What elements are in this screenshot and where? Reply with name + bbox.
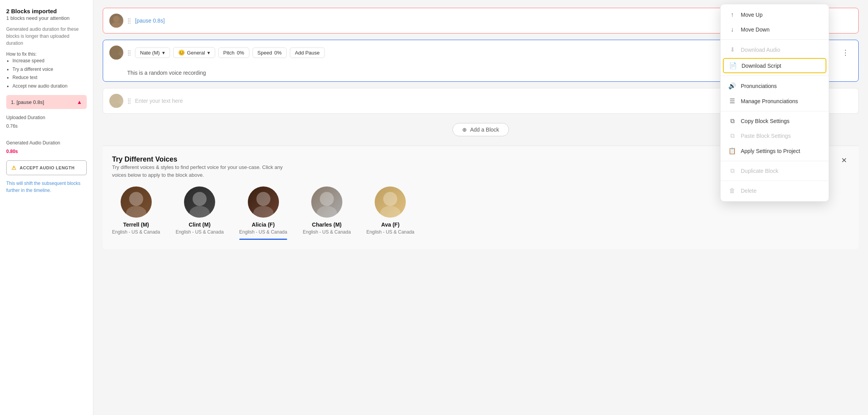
menu-item-copy-settings[interactable]: ⧉ Copy Block Settings (721, 114, 829, 128)
svg-point-11 (253, 206, 274, 218)
block-input-drag-handle[interactable]: ⣿ (127, 98, 131, 104)
voice-name: Nate (M) (140, 50, 160, 56)
voice-name-1: Clint (M) (189, 222, 210, 228)
menu-icon-duplicate: ⧉ (728, 167, 736, 174)
menu-label-apply-settings: Apply Settings to Project (741, 148, 800, 154)
menu-item-move-down[interactable]: ↓ Move Down (721, 22, 829, 37)
menu-item-delete: 🗑 Delete (721, 183, 829, 198)
voice-item-alicia(f)[interactable]: Alicia (F) English - US & Canada (239, 186, 287, 240)
svg-point-7 (126, 206, 146, 218)
voices-panel-description: Try different voices & styles to find pe… (112, 164, 291, 179)
svg-point-14 (383, 192, 397, 206)
voice-dropdown-icon: ▾ (162, 50, 165, 56)
menu-label-download-audio: Download Audio (741, 47, 780, 53)
shift-note: This will shift the subsequent blocks fu… (6, 180, 87, 194)
more-options-button[interactable]: ⋮ (839, 47, 852, 58)
voice-selector[interactable]: Nate (M) ▾ (135, 47, 170, 58)
warning-icon: ⚠ (11, 165, 17, 171)
fix-item-accept: Accept new audio duration (12, 82, 87, 91)
menu-label-move-down: Move Down (741, 26, 770, 33)
voice-avatar-4 (375, 186, 406, 218)
block-pause-drag-handle[interactable]: ⣿ (127, 18, 131, 24)
svg-point-15 (380, 206, 400, 218)
menu-icon-apply-settings: 📋 (728, 147, 736, 155)
svg-point-9 (189, 206, 210, 218)
divider2 (721, 76, 829, 76)
style-selector[interactable]: 😊 General ▾ (173, 47, 215, 58)
menu-item-manage-pronunciations[interactable]: ☰ Manage Pronunciations (721, 93, 829, 109)
fix-list: Increase speed Try a different voice Red… (6, 57, 87, 90)
add-block-label: Add a Block (470, 127, 499, 133)
pitch-control[interactable]: Pitch 0% (218, 47, 249, 58)
menu-item-download-audio: ⬇ Download Audio (721, 42, 829, 57)
block-voice-text: This is a random voice recording (127, 70, 206, 76)
menu-item-apply-settings[interactable]: 📋 Apply Settings to Project (721, 143, 829, 158)
voice-region-4: English - US & Canada (366, 229, 414, 235)
pitch-label: Pitch (223, 50, 235, 56)
voice-region-1: English - US & Canada (175, 229, 223, 235)
svg-point-1 (112, 22, 121, 28)
accept-btn-label: ACCEPT AUDIO LENGTH (20, 165, 75, 170)
block-item-pause[interactable]: 1. [pause 0.8s] ▲ (6, 95, 87, 109)
menu-icon-manage-pronunciations: ☰ (728, 97, 736, 105)
voice-name-0: Terrell (M) (123, 222, 149, 228)
block-voice-avatar (109, 46, 123, 60)
voice-avatar-1 (184, 186, 215, 218)
svg-point-10 (256, 192, 270, 206)
voice-item-charles(m)[interactable]: Charles (M) English - US & Canada (303, 186, 351, 240)
accept-audio-button[interactable]: ⚠ ACCEPT AUDIO LENGTH (6, 160, 87, 175)
voice-avatar-2 (248, 186, 279, 218)
svg-point-2 (113, 48, 119, 54)
menu-icon-download-audio: ⬇ (728, 46, 736, 53)
menu-label-move-up: Move Up (741, 12, 763, 18)
sidebar: 2 Blocks imported 1 blocks need your att… (0, 0, 93, 415)
main-area: ⣿ [pause 0.8s] ⣿ Nate (M) ▾ 😊 Gene (93, 0, 868, 415)
fix-item-speed: Increase speed (12, 57, 87, 65)
menu-icon-move-down: ↓ (728, 26, 736, 33)
divider1 (721, 39, 829, 40)
block-pause-avatar (109, 14, 123, 28)
voices-panel-title: Try Different Voices (112, 155, 291, 164)
voice-item-clint(m)[interactable]: Clint (M) English - US & Canada (175, 186, 223, 240)
voice-avatar-3 (311, 186, 342, 218)
voice-region-0: English - US & Canada (112, 229, 160, 235)
svg-point-4 (113, 96, 119, 102)
speed-control[interactable]: Speed 0% (253, 47, 287, 58)
divider4 (721, 161, 829, 161)
voice-name-3: Charles (M) (312, 222, 342, 228)
block-voice-drag-handle[interactable]: ⣿ (127, 49, 131, 56)
gen-audio-label: Generated Audio Duration (6, 139, 87, 148)
add-block-button[interactable]: ⊕ Add a Block (452, 123, 509, 136)
style-name: General (187, 50, 205, 56)
add-block-plus-icon: ⊕ (462, 127, 467, 133)
fix-item-voice: Try a different voice (12, 65, 87, 74)
menu-item-move-up[interactable]: ↑ Move Up (721, 7, 829, 22)
svg-point-12 (320, 192, 334, 206)
menu-item-pronunciations[interactable]: 🔊 Pronunciations (721, 78, 829, 93)
close-voices-button[interactable]: ✕ (839, 155, 849, 165)
menu-icon-paste-settings: ⧉ (728, 132, 736, 139)
voice-name-4: Ava (F) (381, 222, 400, 228)
fix-item-reduce: Reduce text (12, 74, 87, 82)
add-pause-button[interactable]: Add Pause (290, 47, 325, 58)
menu-icon-copy-settings: ⧉ (728, 118, 736, 125)
svg-point-3 (112, 54, 121, 60)
voice-underline-2 (239, 239, 287, 240)
voice-item-terrell(m)[interactable]: Terrell (M) English - US & Canada (112, 186, 160, 240)
style-dropdown-icon: ▾ (207, 50, 210, 56)
voice-item-ava(f)[interactable]: Ava (F) English - US & Canada (366, 186, 414, 240)
menu-label-duplicate: Duplicate Block (741, 168, 779, 174)
block-voice-toolbar: Nate (M) ▾ 😊 General ▾ Pitch 0% Speed (135, 47, 325, 58)
menu-item-download-script[interactable]: 📄 Download Script (723, 58, 826, 73)
svg-point-5 (112, 102, 121, 108)
block-item-arrow: ▲ (77, 99, 82, 105)
menu-label-manage-pronunciations: Manage Pronunciations (741, 98, 798, 104)
pitch-value: 0% (237, 50, 244, 56)
sidebar-subtitle: 1 blocks need your attention (6, 15, 87, 21)
svg-point-0 (113, 16, 119, 22)
speed-label: Speed (258, 50, 272, 56)
block-detail: Uploaded Duration 0.76s Generated Audio … (6, 114, 87, 156)
uploaded-duration-value: 0.76s (6, 122, 87, 131)
divider3 (721, 111, 829, 111)
style-emoji: 😊 (178, 49, 185, 56)
